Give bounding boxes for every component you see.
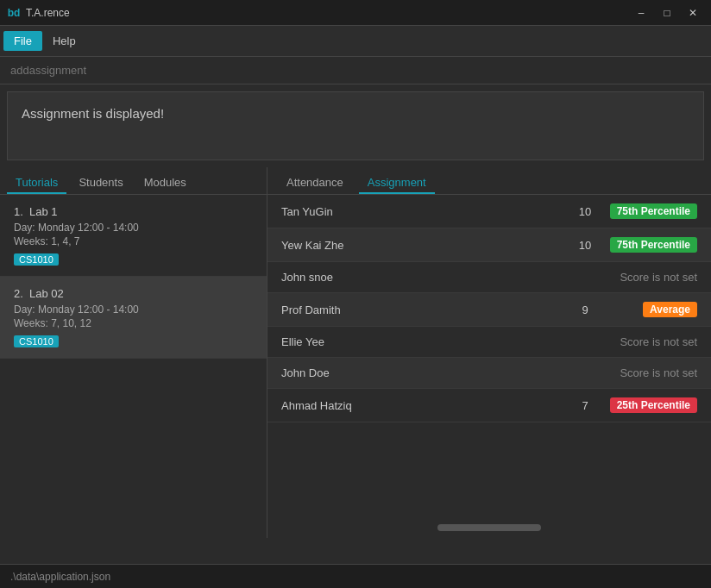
student-badge-3: Score is not set [602,271,697,284]
close-button[interactable]: ✕ [682,4,704,22]
search-input[interactable] [10,64,183,77]
left-panel: Tutorials Students Modules 1. Lab 1 Day:… [0,167,267,538]
student-row-7[interactable]: Ahmad Hatziq 7 25th Percentile [267,389,711,422]
student-badge-4: Average [602,302,697,317]
student-row-6[interactable]: John Doe Score is not set [267,358,711,389]
tab-tutorials[interactable]: Tutorials [7,172,66,194]
score-not-set-6: Score is not set [620,366,697,379]
score-not-set-5: Score is not set [620,335,697,348]
tutorial-list: 1. Lab 1 Day: Monday 12:00 - 14:00 Weeks… [0,195,267,538]
minimize-button[interactable]: – [630,4,652,22]
status-text: .\data\application.json [10,571,110,583]
tutorial-day-1: Day: Monday 12:00 - 14:00 [14,222,253,234]
tutorial-tag-2: CS1010 [14,335,59,347]
badge-2: 75th Percentile [610,237,697,253]
student-name-4: Prof Damith [281,303,568,316]
scrollbar-area [267,517,711,538]
student-badge-7: 25th Percentile [602,397,697,413]
window-controls: – □ ✕ [630,4,704,22]
tab-assignment[interactable]: Assignment [359,172,435,194]
notification-text: Assignment is displayed! [22,106,164,121]
student-score-1: 10 [568,205,602,218]
app-title: T.A.rence [26,7,70,19]
student-row-5[interactable]: Ellie Yee Score is not set [267,327,711,358]
student-row-3[interactable]: John snoe Score is not set [267,262,711,293]
title-bar: bd T.A.rence – □ ✕ [0,0,711,26]
search-bar [0,57,711,84]
tutorial-item-1[interactable]: 1. Lab 1 Day: Monday 12:00 - 14:00 Weeks… [0,195,267,277]
menu-help[interactable]: Help [42,31,86,51]
student-name-5: Ellie Yee [281,335,568,348]
score-not-set-3: Score is not set [620,271,697,284]
badge-1: 75th Percentile [610,203,697,219]
notification-area: Assignment is displayed! [7,91,704,160]
student-score-4: 9 [568,303,602,316]
student-badge-2: 75th Percentile [602,237,697,253]
tutorial-title-2: 2. Lab 02 [14,287,253,300]
badge-7: 25th Percentile [610,397,697,413]
student-name-6: John Doe [281,366,568,379]
app-icon: bd [7,6,21,20]
badge-4: Average [643,302,697,317]
student-name-2: Yew Kai Zhe [281,239,568,252]
menu-file[interactable]: File [3,31,42,51]
student-badge-6: Score is not set [602,366,697,379]
student-badge-1: 75th Percentile [602,203,697,219]
tab-attendance[interactable]: Attendance [278,172,352,194]
tutorial-title-1: 1. Lab 1 [14,205,253,218]
student-score-2: 10 [568,239,602,252]
student-row-1[interactable]: Tan YuGin 10 75th Percentile [267,195,711,228]
student-badge-5: Score is not set [602,335,697,348]
student-name-7: Ahmad Hatziq [281,399,568,412]
title-bar-left: bd T.A.rence [7,6,70,20]
student-name-3: John snoe [281,271,568,284]
tutorial-day-2: Day: Monday 12:00 - 14:00 [14,303,253,316]
tab-modules[interactable]: Modules [135,172,195,194]
tutorial-weeks-1: Weeks: 1, 4, 7 [14,235,253,247]
status-bar: .\data\application.json [0,564,711,588]
left-tabs: Tutorials Students Modules [0,167,267,195]
tutorial-weeks-2: Weeks: 7, 10, 12 [14,317,253,329]
maximize-button[interactable]: □ [656,4,678,22]
student-row-2[interactable]: Yew Kai Zhe 10 75th Percentile [267,228,711,262]
tutorial-item-2[interactable]: 2. Lab 02 Day: Monday 12:00 - 14:00 Week… [0,277,267,359]
student-table: Tan YuGin 10 75th Percentile Yew Kai Zhe… [267,195,711,517]
main-panels: Tutorials Students Modules 1. Lab 1 Day:… [0,167,711,538]
right-tabs: Attendance Assignment [267,167,711,195]
student-score-7: 7 [568,399,602,412]
student-name-1: Tan YuGin [281,205,568,218]
tab-students[interactable]: Students [70,172,131,194]
right-panel: Attendance Assignment Tan YuGin 10 75th … [267,167,711,538]
horizontal-scrollbar[interactable] [437,524,541,531]
tutorial-tag-1: CS1010 [14,253,59,266]
menu-bar: File Help [0,26,711,57]
student-row-4[interactable]: Prof Damith 9 Average [267,293,711,327]
